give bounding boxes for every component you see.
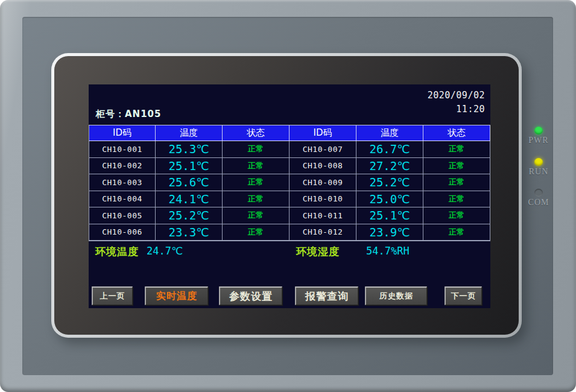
channel-status: 正常 <box>423 141 490 158</box>
col-header-status: 状态 <box>223 125 290 141</box>
channel-temp: 25.2℃ <box>356 174 423 191</box>
touchscreen-display[interactable]: 2020/09/02 11:20 柜号：AN105 ID码 温度 状态 ID码 … <box>89 84 490 308</box>
cabinet-id-label: 柜号：AN105 <box>96 109 161 120</box>
channel-id: CH10-009 <box>290 174 356 191</box>
channel-temp: 25.3℃ <box>156 141 223 158</box>
next-page-button[interactable]: 下一页 <box>445 286 482 305</box>
channel-status: 正常 <box>223 191 290 208</box>
channel-status: 正常 <box>423 174 490 191</box>
com-led-icon <box>534 189 543 197</box>
channel-temp: 23.9℃ <box>356 224 423 241</box>
channel-status: 正常 <box>423 224 490 241</box>
channel-id: CH10-006 <box>89 224 156 241</box>
channel-status: 正常 <box>223 174 290 191</box>
com-led-label: COM <box>524 198 554 207</box>
ambient-temp-label: 环境温度 <box>95 245 139 259</box>
channel-id: CH10-002 <box>89 158 156 175</box>
channel-status: 正常 <box>423 207 490 224</box>
channel-temp: 25.1℃ <box>156 158 223 175</box>
run-led-label: RUN <box>524 167 554 177</box>
channel-temp: 24.1℃ <box>156 191 223 208</box>
run-led-icon <box>534 158 543 166</box>
time-text: 11:20 <box>428 103 485 116</box>
environment-readouts: 环境温度 24.7℃ 环境湿度 54.7%RH <box>89 245 490 261</box>
channel-temp: 26.7℃ <box>356 141 423 158</box>
date-text: 2020/09/02 <box>428 89 485 103</box>
channel-status: 正常 <box>423 158 490 175</box>
col-header-temp: 温度 <box>356 125 423 141</box>
channel-id: CH10-004 <box>89 191 156 208</box>
channel-status: 正常 <box>223 158 290 175</box>
channel-id: CH10-010 <box>290 191 356 208</box>
power-led-label: PWR <box>524 136 554 145</box>
param-settings-button[interactable]: 参数设置 <box>219 286 282 305</box>
alarm-query-button[interactable]: 报警查询 <box>295 286 358 305</box>
channel-status: 正常 <box>223 141 290 158</box>
run-led-group: RUN <box>524 158 554 177</box>
ambient-humidity-label: 环境湿度 <box>296 245 340 259</box>
nav-button-bar: 上一页 实时温度 参数设置 报警查询 历史数据 下一页 <box>89 286 490 305</box>
channel-temp: 25.1℃ <box>356 207 423 224</box>
channel-status: 正常 <box>223 207 290 224</box>
channel-id: CH10-001 <box>89 141 156 158</box>
col-header-id: ID码 <box>89 125 156 141</box>
channel-table: ID码 温度 状态 ID码 温度 状态 CH10-001 25.3℃ 正常 CH… <box>89 125 490 241</box>
history-data-button[interactable]: 历史数据 <box>365 286 427 305</box>
com-led-group: COM <box>524 189 554 207</box>
realtime-temp-button[interactable]: 实时温度 <box>145 286 208 305</box>
channel-id: CH10-007 <box>290 141 356 158</box>
prev-page-button[interactable]: 上一页 <box>92 286 133 305</box>
channel-id: CH10-005 <box>89 207 156 224</box>
channel-id: CH10-012 <box>290 224 356 241</box>
power-led-group: PWR <box>524 127 554 145</box>
channel-temp: 25.0℃ <box>356 191 423 208</box>
channel-status: 正常 <box>223 224 290 241</box>
datetime-display: 2020/09/02 11:20 <box>428 89 485 116</box>
channel-temp: 23.3℃ <box>156 224 223 241</box>
ambient-humidity-value: 54.7%RH <box>366 245 410 257</box>
channel-status: 正常 <box>423 191 490 208</box>
ambient-temp-value: 24.7℃ <box>147 245 183 257</box>
col-header-id: ID码 <box>290 125 356 141</box>
col-header-status: 状态 <box>423 125 490 141</box>
channel-temp: 25.2℃ <box>156 207 223 224</box>
channel-id: CH10-008 <box>290 158 356 175</box>
channel-temp: 27.2℃ <box>356 158 423 175</box>
channel-id: CH10-011 <box>290 207 356 224</box>
channel-temp: 25.6℃ <box>156 174 223 191</box>
hmi-device-frame: 2020/09/02 11:20 柜号：AN105 ID码 温度 状态 ID码 … <box>0 0 576 392</box>
power-led-icon <box>534 127 543 134</box>
col-header-temp: 温度 <box>156 125 223 141</box>
channel-id: CH10-003 <box>89 174 156 191</box>
